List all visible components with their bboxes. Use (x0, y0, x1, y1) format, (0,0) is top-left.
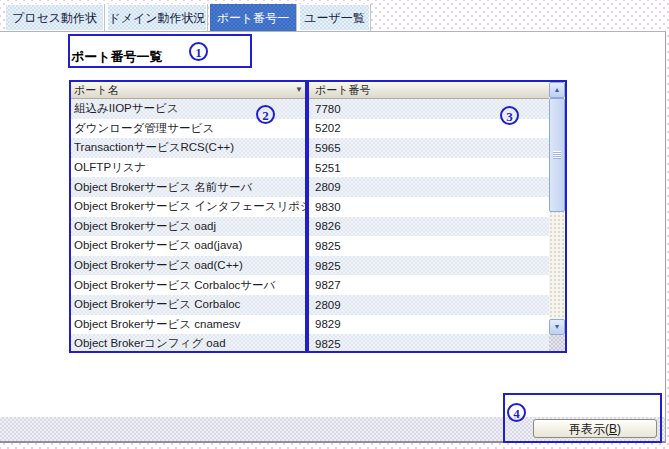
scroll-up-button[interactable]: ▲ (549, 82, 565, 98)
tab-user-list[interactable]: ユーザ一覧 (299, 4, 370, 31)
port-table: ポート名 ▼ ポート番号 組込みIIOPサービス 7780 ダウンローダ管理サー… (70, 81, 566, 353)
sort-dropdown-icon[interactable]: ▼ (295, 85, 303, 95)
port-name-cell[interactable]: Object Brokerサービス Corbalocサーバ (71, 278, 309, 293)
scrollbar-corner-filler (549, 335, 565, 353)
port-number-cell[interactable]: 2809 (309, 299, 551, 311)
column-header-label: ポート名 (74, 84, 119, 96)
port-name-cell[interactable]: TransactionサービスRCS(C++) (71, 140, 309, 155)
table-row[interactable]: ダウンローダ管理サービス 5202 (71, 119, 551, 139)
port-number-cell[interactable]: 9827 (309, 279, 551, 291)
refresh-button-accesskey: B (609, 422, 617, 436)
refresh-button-label-suffix: ) (617, 422, 621, 436)
page-title: ポート番号一覧 (71, 48, 163, 66)
port-number-cell[interactable]: 2809 (309, 181, 551, 193)
table-row[interactable]: Object Brokerサービス oad(C++) 9825 (71, 256, 551, 276)
annotation-circle-1: 1 (189, 42, 208, 61)
table-row[interactable]: Object Brokerコンフィグ oad 9825 (71, 334, 551, 353)
tab-port-number-list[interactable]: ポート番号一覧 (210, 4, 296, 31)
port-number-cell[interactable]: 9830 (309, 201, 551, 213)
port-number-cell[interactable]: 9825 (309, 240, 551, 252)
table-header-row: ポート名 ▼ ポート番号 (71, 82, 551, 99)
port-name-cell[interactable]: Object Brokerサービス oadj (71, 219, 309, 234)
table-row[interactable]: 組込みIIOPサービス 7780 (71, 99, 551, 119)
tab-process-status[interactable]: プロセス動作状況 (5, 4, 104, 31)
port-name-cell[interactable]: Object Brokerサービス Corbaloc (71, 297, 309, 312)
table-row[interactable]: Object Brokerサービス oad(java) 9825 (71, 236, 551, 256)
table-row[interactable]: OLFTPリスナ 5251 (71, 158, 551, 178)
port-number-cell[interactable]: 9825 (309, 260, 551, 272)
refresh-button-label: 再表示( (569, 422, 609, 436)
port-number-cell[interactable]: 9829 (309, 318, 551, 330)
scrollbar-thumb[interactable] (549, 98, 565, 212)
port-name-cell[interactable]: Object Brokerサービス oad(java) (71, 238, 309, 253)
port-name-cell[interactable]: Object Brokerコンフィグ oad (71, 336, 309, 351)
table-row[interactable]: Object Brokerサービス 名前サーバ 2809 (71, 177, 551, 197)
table-row[interactable]: Object Brokerサービス Corbalocサーバ 9827 (71, 275, 551, 295)
table-row[interactable]: Object Brokerサービス oadj 9826 (71, 217, 551, 237)
port-name-cell[interactable]: Object Brokerサービス cnamesv (71, 317, 309, 332)
port-number-cell[interactable]: 7780 (309, 103, 551, 115)
port-number-cell[interactable]: 5202 (309, 122, 551, 134)
table-row[interactable]: TransactionサービスRCS(C++) 5965 (71, 138, 551, 158)
table-row[interactable]: Object Brokerサービス インタフェースリポジトリ 9830 (71, 197, 551, 217)
refresh-button[interactable]: 再表示(B) (533, 419, 657, 438)
button-bar: 再表示(B) (0, 417, 665, 441)
scrollbar-grip-icon (553, 151, 561, 159)
port-name-cell[interactable]: ダウンローダ管理サービス (71, 121, 309, 136)
port-name-cell[interactable]: Object Brokerサービス インタフェースリポジトリ (71, 199, 309, 214)
port-name-cell[interactable]: 組込みIIOPサービス (71, 101, 309, 116)
port-number-cell[interactable]: 5965 (309, 142, 551, 154)
scroll-up-icon: ▲ (554, 86, 561, 93)
column-header-port-number[interactable]: ポート番号 (309, 82, 551, 98)
port-number-cell[interactable]: 9826 (309, 220, 551, 232)
column-header-label: ポート番号 (315, 84, 371, 96)
table-row[interactable]: Object Brokerサービス Corbaloc 2809 (71, 295, 551, 315)
vertical-scrollbar[interactable]: ▲ ▼ (549, 82, 565, 353)
port-name-cell[interactable]: OLFTPリスナ (71, 160, 309, 175)
port-name-cell[interactable]: Object Brokerサービス 名前サーバ (71, 180, 309, 195)
content-panel: ポート番号一覧 ポート名 ▼ ポート番号 組込みIIOPサービス 7780 ダウ… (0, 31, 666, 443)
port-name-cell[interactable]: Object Brokerサービス oad(C++) (71, 258, 309, 273)
tab-domain-status[interactable]: ドメイン動作状況 (107, 4, 207, 31)
port-number-cell[interactable]: 5251 (309, 162, 551, 174)
table-row[interactable]: Object Brokerサービス cnamesv 9829 (71, 315, 551, 335)
scroll-down-icon: ▼ (554, 323, 561, 330)
column-header-port-name[interactable]: ポート名 ▼ (71, 82, 309, 98)
scroll-down-button[interactable]: ▼ (549, 319, 565, 335)
port-number-cell[interactable]: 9825 (309, 338, 551, 350)
